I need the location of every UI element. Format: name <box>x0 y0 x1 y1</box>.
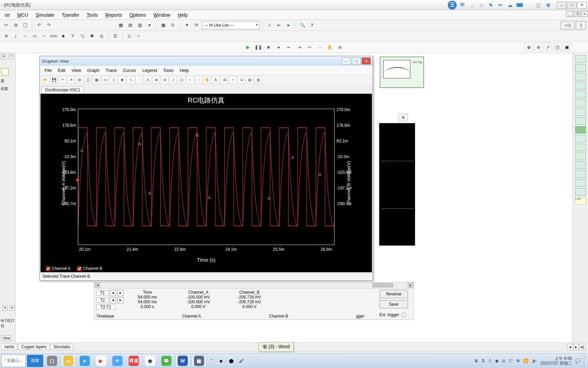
g-menu-file[interactable]: File <box>42 67 54 74</box>
layout-a-icon[interactable]: ▭▯ <box>561 21 574 29</box>
maximize-button[interactable]: ▢ <box>567 2 576 9</box>
layout-b-icon[interactable]: ▯ <box>576 21 586 29</box>
ime-punct-icon[interactable]: ， <box>468 1 476 9</box>
tray-ico3[interactable]: 🛡 <box>509 358 513 363</box>
g-grid-icon[interactable]: ▦ <box>93 76 100 83</box>
g-open-icon[interactable]: 📂 <box>42 76 49 83</box>
g-copy-icon[interactable]: ⧉ <box>76 76 83 83</box>
tray-usb-icon[interactable]: ⇪ <box>488 358 492 363</box>
record-button[interactable]: ● <box>275 43 283 51</box>
help-icon[interactable]: ? <box>308 21 316 29</box>
scope-panel-close-button[interactable]: ✕ <box>398 114 408 121</box>
taskbar-clock[interactable]: 上午 8:58 2021/7/27 星期二 <box>540 356 572 366</box>
ime-user-icon[interactable] <box>525 1 533 9</box>
mdi-minimize-button[interactable]: _ <box>566 11 573 17</box>
inst12-icon[interactable] <box>575 153 586 160</box>
step6-icon[interactable]: ⊕ <box>336 43 344 51</box>
tray-ico4[interactable]: ⚙ <box>516 358 520 363</box>
ime-keyboard-icon[interactable]: ⌨ <box>516 1 523 9</box>
g-menu-view[interactable]: View <box>69 67 84 74</box>
step2-icon[interactable]: ⇥ <box>295 43 303 51</box>
menu-window[interactable]: Window <box>150 11 174 19</box>
sheet1-icon[interactable]: ▦ <box>117 21 125 29</box>
inst13-icon[interactable] <box>575 162 586 169</box>
menu-transfer[interactable]: Transfer <box>58 11 83 19</box>
g-menu-tools[interactable]: Tools <box>161 67 176 74</box>
plot-area[interactable]: RC电路仿真 Channel_A Voltage(V) Channel_B Vo… <box>40 94 372 272</box>
g-zoomout-icon[interactable]: ⊖ <box>161 76 168 83</box>
g-zoomx-icon[interactable]: ↔ <box>186 76 194 83</box>
comp5-icon[interactable]: ⎓ <box>40 32 48 40</box>
tray-mic-icon[interactable]: 🎤 <box>237 355 246 367</box>
g-cursor-icon[interactable]: ▯ <box>110 76 117 83</box>
menu-options[interactable]: Options <box>126 11 149 19</box>
grapher-tab-xsc1[interactable]: Oscilloscope-XSC1 <box>41 87 84 93</box>
back-annotate-icon[interactable]: ⇤ <box>275 21 283 29</box>
paste-icon[interactable]: 📋 <box>21 21 29 29</box>
inst11-icon[interactable] <box>575 144 586 151</box>
undo-icon[interactable]: ↶ <box>35 21 43 29</box>
g-zoomfit-icon[interactable]: ⤢ <box>169 76 177 83</box>
tray-expand-icon[interactable]: ˄ <box>208 355 215 367</box>
g-menu-graph[interactable]: Graph <box>84 67 102 74</box>
taskbar-search-button[interactable]: 搜索 <box>27 355 43 367</box>
youku-icon[interactable]: ▶ <box>94 355 109 367</box>
g-zoomy-icon[interactable]: ↕ <box>195 76 202 83</box>
grapher-minimize-button[interactable]: — <box>342 58 351 64</box>
folder-icon[interactable] <box>1 68 9 76</box>
youdao-icon[interactable]: 有道 <box>126 355 141 367</box>
g-text-icon[interactable]: A <box>212 76 219 83</box>
comp10-icon[interactable]: ✱ <box>88 32 96 40</box>
find-icon[interactable]: 🔍 <box>298 21 307 29</box>
cut-icon[interactable]: ✂ <box>2 21 10 29</box>
grapher-maximize-button[interactable]: ▢ <box>352 58 361 64</box>
inst10-icon[interactable] <box>575 135 586 142</box>
run-button[interactable]: ▶ <box>244 43 252 51</box>
menu-mcu[interactable]: MCU <box>14 11 32 19</box>
g-menu-help[interactable]: Help <box>177 67 192 74</box>
chrome-icon[interactable]: ◉ <box>143 355 158 367</box>
copy-icon[interactable]: ⧉ <box>12 21 20 29</box>
erc-icon[interactable]: ✓ <box>265 21 274 29</box>
ie-icon[interactable]: e <box>77 355 92 367</box>
link-icon[interactable]: ⎘ <box>169 21 177 29</box>
inst15-icon[interactable] <box>575 179 586 187</box>
ime-shop-icon[interactable]: 🛒 <box>535 1 542 9</box>
g-overlay-icon[interactable]: ≈ <box>229 76 236 83</box>
comp7-icon[interactable]: ■ <box>59 32 67 40</box>
legend-channel-b[interactable]: Channel B <box>77 266 102 271</box>
dropdown1-icon[interactable]: ▾ <box>145 21 153 29</box>
pause-button[interactable]: ❚❚ <box>254 43 262 51</box>
hnav-end-icon[interactable]: ▸| <box>579 344 586 350</box>
inst8-icon[interactable] <box>575 117 586 125</box>
legend-channel-a[interactable]: Channel A <box>46 266 70 271</box>
hnav-left-icon[interactable]: ◂ <box>567 344 573 350</box>
g-trace2-icon[interactable]: ∴ <box>135 76 143 83</box>
scroll-left-icon[interactable]: ◂ <box>95 283 100 288</box>
notification-icon[interactable]: 💬 <box>575 358 581 363</box>
g-save-icon[interactable]: 💾 <box>50 76 58 83</box>
t1-right-button[interactable]: ▸ <box>117 290 124 296</box>
cursor-marker-icon[interactable]: ▶ <box>76 177 80 182</box>
comp9-icon[interactable]: ⌥ <box>78 32 86 40</box>
comp1-icon[interactable]: ≋ <box>2 32 10 40</box>
dingtalk-icon[interactable]: ✈ <box>110 355 125 367</box>
t2-left-button[interactable]: ◂ <box>110 297 116 303</box>
inst16-icon[interactable] <box>575 188 586 196</box>
tray-app1-icon[interactable]: ◆ <box>217 355 226 367</box>
ime-lang-icon[interactable]: 中 <box>459 1 466 9</box>
menu-simulate[interactable]: Simulate <box>32 11 58 19</box>
hnav-right-icon[interactable]: ▸ <box>573 344 579 350</box>
redo-icon[interactable]: ↷ <box>45 21 53 29</box>
hierarchy-icon[interactable]: ☰ <box>111 32 119 40</box>
zoom-in-icon[interactable]: ⊕ <box>525 43 533 51</box>
tray-ico1[interactable]: ◉ <box>495 358 499 363</box>
t2-right-button[interactable]: ▸ <box>117 297 124 303</box>
calendar-icon[interactable]: ▦ <box>159 21 167 29</box>
legend-cha-checkbox[interactable] <box>46 266 50 271</box>
inst17-icon[interactable]: 1.4V <box>575 197 586 204</box>
g-export2-icon[interactable]: ▤ <box>246 76 254 83</box>
tray-wifi-icon[interactable]: 📶 <box>523 358 528 363</box>
step5-icon[interactable]: ✋ <box>326 43 334 51</box>
inst14-icon[interactable] <box>575 170 586 178</box>
